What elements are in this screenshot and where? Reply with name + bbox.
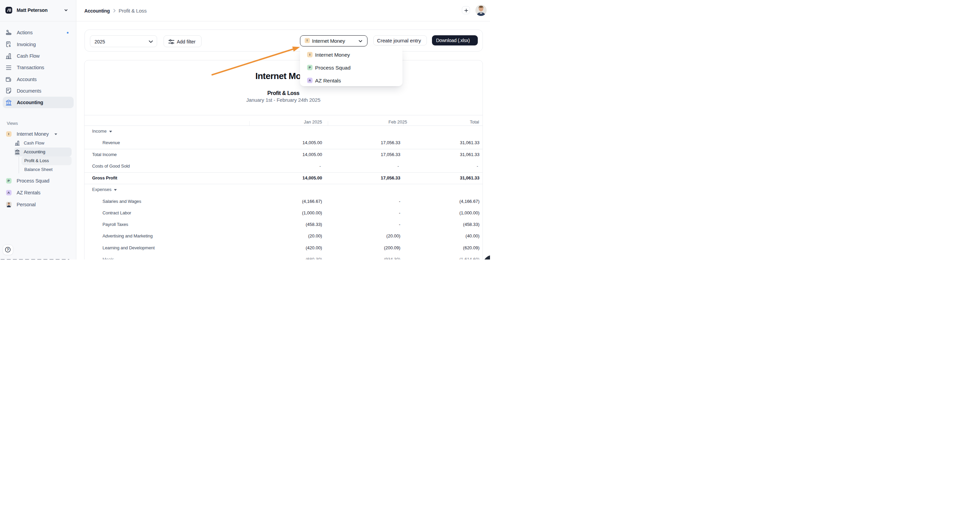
svg-text:$: $ (9, 44, 11, 47)
svg-text:?: ? (7, 248, 9, 252)
